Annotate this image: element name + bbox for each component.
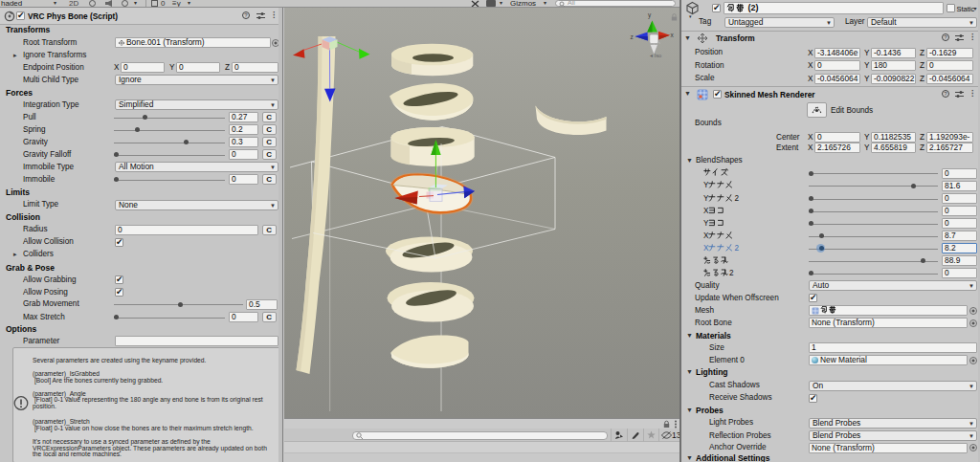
svg-text:◂ Iso: ◂ Iso bbox=[650, 53, 661, 58]
svg-text:z: z bbox=[631, 33, 634, 40]
